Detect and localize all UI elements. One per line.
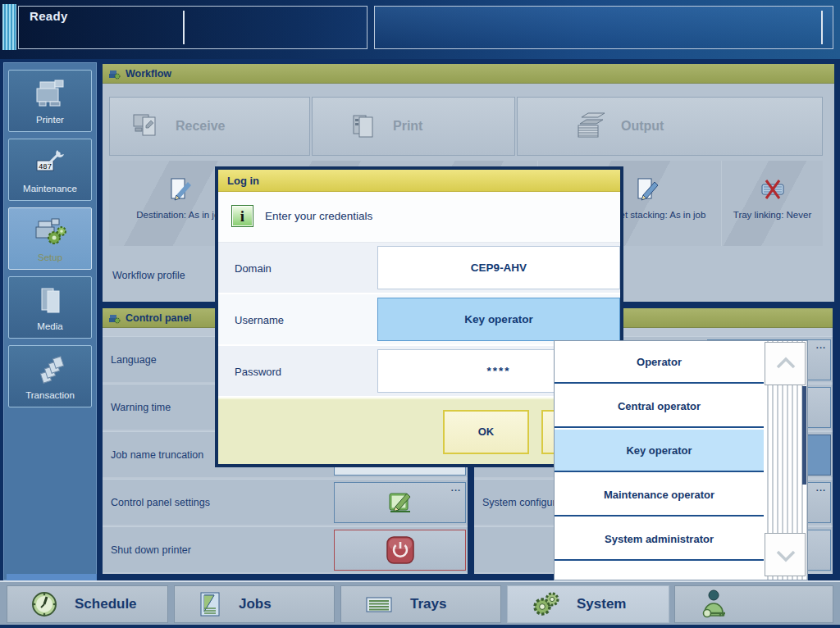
nav-schedule-label: Schedule [75,596,137,612]
control-panel-settings-label: Control panel settings [111,497,210,508]
sidebar-item-label: Maintenance [23,184,77,193]
more-options-dots: ... [816,340,826,350]
login-dialog-info: i Enter your credentials [218,192,620,243]
sidebar-item-label: Media [37,321,62,331]
dropdown-option-key-operator[interactable]: Key operator [555,430,764,472]
output-button[interactable]: Output [517,97,823,156]
scroll-down-button[interactable] [765,533,806,576]
power-icon [385,535,416,565]
chevron-up-icon [765,343,806,386]
dropdown-option-operator[interactable]: Operator [555,341,764,384]
username-dropdown-list: Operator Central operator Key operator M… [554,340,808,580]
more-options-dots: ... [451,483,461,493]
nav-trays-label: Trays [410,596,446,612]
job-status-box [374,6,833,49]
login-dialog-title: Log in [227,175,259,187]
nav-schedule-button[interactable]: Schedule [7,585,168,623]
domain-label: Domain [235,262,272,274]
username-row: Username Key operator [218,294,620,346]
workflow-section-header: Workflow [103,64,834,84]
username-field[interactable]: Key operator [377,298,620,341]
edit-settings-icon [387,490,413,515]
maintenance-icon: 487 [32,148,68,179]
nav-login-button[interactable] [674,585,833,623]
output-button-label: Output [621,119,664,134]
shut-down-printer-row: Shut down printer [103,526,468,572]
scrollbar-thumb[interactable] [802,386,806,485]
control-panel-settings-button[interactable]: ... [334,482,466,523]
sidebar-bottom-cap [7,574,97,580]
dropdown-option-service-operator[interactable]: Service operator [555,562,764,580]
sidebar-item-maintenance[interactable]: 487 Maintenance [8,139,92,201]
dropdown-option-system-administrator[interactable]: System administrator [555,518,764,561]
sidebar-item-label: Printer [36,115,64,125]
info-icon: i [231,205,253,227]
tray-crossed-icon [759,175,787,203]
bottom-navigation: Schedule Jobs Trays System [0,580,840,625]
sidebar-item-label: Transaction [25,390,75,400]
scroll-up-button[interactable] [765,342,806,385]
control-panel-title: Control panel [126,312,192,324]
username-label: Username [235,313,284,325]
sidebar-item-setup[interactable]: Setup [8,207,92,270]
more-options-dots: ... [816,483,826,493]
ok-button[interactable]: OK [443,410,529,454]
media-icon [32,285,68,316]
status-divider [183,11,185,44]
dropdown-option-central-operator[interactable]: Central operator [555,385,764,428]
receive-button[interactable]: Receive [109,97,310,156]
print-icon [349,111,380,142]
destination-tile-label: Destination: As in job [136,210,224,220]
user-key-icon [698,588,731,621]
sidebar-item-media[interactable]: Media [8,276,92,339]
printer-status-box [18,6,368,49]
tray-linking-tile[interactable]: Tray linking: Never [721,161,823,246]
chevron-down-icon [765,534,806,576]
nav-jobs-label: Jobs [239,596,272,612]
trays-icon [364,593,394,616]
workflow-section-title: Workflow [126,68,171,80]
printer-icon [32,79,68,110]
top-status-bar: Ready [0,0,840,59]
job-name-truncation-label: Job name truncation [111,449,203,461]
sidebar-item-printer[interactable]: Printer [8,70,92,132]
nav-trays-button[interactable]: Trays [340,585,501,623]
dropdown-option-maintenance-operator[interactable]: Maintenance operator [555,474,764,517]
language-label: Language [111,354,157,366]
output-icon [572,111,608,142]
warning-time-label: Warning time [111,402,171,413]
printer-status-text: Ready [30,9,68,23]
dropdown-scrollbar[interactable] [764,341,808,580]
schedule-clock-icon [30,590,58,618]
tray-linking-tile-label: Tray linking: Never [733,210,811,220]
nav-system-button[interactable]: System [507,585,669,623]
password-label: Password [235,365,281,377]
print-button-label: Print [393,119,422,134]
domain-field[interactable]: CEP9-AHV [377,246,620,289]
edit-document-icon [167,175,194,203]
login-dialog-message: Enter your credentials [265,210,372,222]
print-button[interactable]: Print [312,97,515,156]
status-divider-right [821,11,823,44]
sidebar-item-label: Setup [38,253,62,262]
shut-down-printer-button[interactable] [334,530,466,571]
receive-button-label: Receive [176,119,226,134]
sidebar-item-transaction[interactable]: Transaction [8,345,92,407]
sidebar: Printer 487 Maintenance Setup Media [3,62,97,580]
nav-jobs-button[interactable]: Jobs [174,585,335,623]
brand-stripes [2,4,16,50]
control-panel-icon [108,312,121,324]
jobs-document-icon [198,590,222,618]
system-gears-icon [531,589,560,619]
control-panel-settings-row: Control panel settings ... [103,479,468,525]
login-dialog-titlebar: Log in [218,170,620,192]
edit-document-icon [633,175,661,203]
setup-icon [32,216,68,248]
shut-down-printer-label: Shut down printer [111,544,191,556]
transaction-icon [32,354,68,385]
nav-system-label: System [577,596,626,612]
workflow-section-icon [108,68,121,80]
workflow-profile-label: Workflow profile [112,270,185,281]
domain-row: Domain CEP9-AHV [218,243,620,294]
receive-icon [131,111,162,142]
